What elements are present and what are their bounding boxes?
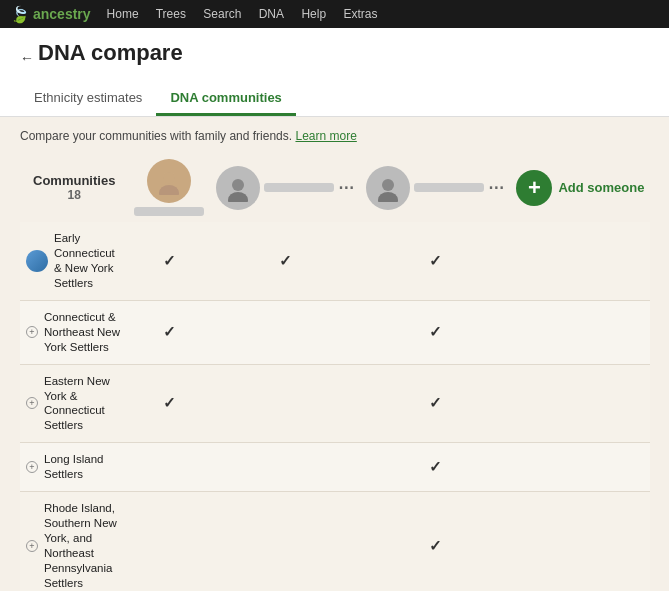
learn-more-link[interactable]: Learn more <box>295 129 356 143</box>
community-name-2: Eastern New York & Connecticut Settlers <box>44 374 122 434</box>
top-nav-links: Home Trees Search DNA Help Extras <box>107 7 392 21</box>
content-area: Compare your communities with family and… <box>0 117 669 591</box>
page-header: ← DNA compare Ethnicity estimates DNA co… <box>0 28 669 117</box>
person-3-header: ⋯ <box>360 155 510 222</box>
person-1-name-bar <box>134 207 204 216</box>
empty-cell-0 <box>510 222 650 300</box>
checkmark-icon: ✓ <box>429 537 442 554</box>
tab-ethnicity[interactable]: Ethnicity estimates <box>20 82 156 116</box>
checkmark-icon: ✓ <box>429 394 442 411</box>
nav-help[interactable]: Help <box>301 7 326 21</box>
nav-home[interactable]: Home <box>107 7 139 21</box>
empty-cell-3 <box>510 443 650 492</box>
person-3-silhouette <box>374 174 402 202</box>
check-cell-1-2: ✓ <box>360 300 510 364</box>
subtitle: Compare your communities with family and… <box>20 129 649 143</box>
person-1-photo <box>155 167 183 195</box>
check-cell-4-2: ✓ <box>360 492 510 591</box>
empty-cell-1 <box>510 300 650 364</box>
check-cell-1-1 <box>210 300 360 364</box>
checkmark-icon: ✓ <box>429 323 442 340</box>
person-3-avatar <box>366 166 410 210</box>
table-row: +Connecticut & Northeast New York Settle… <box>20 300 650 364</box>
person-2-dots-menu[interactable]: ⋯ <box>338 180 354 196</box>
table-row: Early Connecticut & New York Settlers✓✓✓ <box>20 222 650 300</box>
person-1-header <box>128 155 210 222</box>
svg-point-5 <box>378 192 398 202</box>
community-cell-4: +Rhode Island, Southern New York, and No… <box>20 492 128 591</box>
community-name-1: Connecticut & Northeast New York Settler… <box>44 310 122 355</box>
person-2-header: ⋯ <box>210 155 360 222</box>
check-cell-4-0 <box>128 492 210 591</box>
communities-column-header: Communities 18 <box>20 155 128 222</box>
check-cell-1-0: ✓ <box>128 300 210 364</box>
nav-search[interactable]: Search <box>203 7 241 21</box>
page-title: DNA compare <box>38 40 183 66</box>
nav-extras[interactable]: Extras <box>343 7 377 21</box>
logo[interactable]: 🍃 ancestry <box>10 5 91 24</box>
expand-icon-4[interactable]: + <box>26 540 38 552</box>
check-cell-3-0 <box>128 443 210 492</box>
check-cell-2-0: ✓ <box>128 364 210 443</box>
tabs: Ethnicity estimates DNA communities <box>20 82 649 116</box>
svg-point-1 <box>159 185 179 195</box>
person-3-dots-menu[interactable]: ⋯ <box>488 180 504 196</box>
person-1-avatar <box>147 159 191 203</box>
check-cell-0-0: ✓ <box>128 222 210 300</box>
top-nav: 🍃 ancestry Home Trees Search DNA Help Ex… <box>0 0 669 28</box>
compare-table: Communities 18 <box>20 155 650 591</box>
svg-point-2 <box>232 179 244 191</box>
logo-text: ancestry <box>33 6 91 22</box>
community-cell-0: Early Connecticut & New York Settlers <box>20 222 128 300</box>
check-cell-3-1 <box>210 443 360 492</box>
svg-point-3 <box>228 192 248 202</box>
table-row: +Rhode Island, Southern New York, and No… <box>20 492 650 591</box>
community-cell-3: +Long Island Settlers <box>20 443 128 492</box>
table-row: +Long Island Settlers✓ <box>20 443 650 492</box>
empty-cell-2 <box>510 364 650 443</box>
expand-icon-1[interactable]: + <box>26 326 38 338</box>
community-cell-1: +Connecticut & Northeast New York Settle… <box>20 300 128 364</box>
person-2-name-bar <box>264 183 334 192</box>
add-circle-icon: + <box>516 170 552 206</box>
community-cell-2: +Eastern New York & Connecticut Settlers <box>20 364 128 443</box>
check-cell-4-1 <box>210 492 360 591</box>
person-2-silhouette <box>224 174 252 202</box>
check-cell-2-1 <box>210 364 360 443</box>
checkmark-icon: ✓ <box>279 252 292 269</box>
tab-dna-communities[interactable]: DNA communities <box>156 82 295 116</box>
nav-trees[interactable]: Trees <box>156 7 186 21</box>
svg-point-4 <box>382 179 394 191</box>
back-link[interactable]: ← DNA compare <box>20 40 649 76</box>
svg-point-0 <box>163 172 175 184</box>
add-someone-button[interactable]: + Add someone <box>516 170 644 206</box>
checkmark-icon: ✓ <box>163 323 176 340</box>
community-icon-0 <box>26 250 48 272</box>
add-someone-header: + Add someone <box>510 155 650 222</box>
nav-dna[interactable]: DNA <box>259 7 284 21</box>
community-name-3: Long Island Settlers <box>44 452 122 482</box>
person-2-avatar <box>216 166 260 210</box>
back-arrow-icon: ← <box>20 50 34 66</box>
community-name-4: Rhode Island, Southern New York, and Nor… <box>44 501 122 591</box>
checkmark-icon: ✓ <box>163 394 176 411</box>
person-3-name-bar <box>414 183 484 192</box>
checkmark-icon: ✓ <box>429 458 442 475</box>
empty-cell-4 <box>510 492 650 591</box>
check-cell-0-2: ✓ <box>360 222 510 300</box>
expand-icon-3[interactable]: + <box>26 461 38 473</box>
check-cell-3-2: ✓ <box>360 443 510 492</box>
table-row: +Eastern New York & Connecticut Settlers… <box>20 364 650 443</box>
check-cell-0-1: ✓ <box>210 222 360 300</box>
community-name-0: Early Connecticut & New York Settlers <box>54 231 122 291</box>
expand-icon-2[interactable]: + <box>26 397 38 409</box>
checkmark-icon: ✓ <box>163 252 176 269</box>
add-someone-label: Add someone <box>558 180 644 195</box>
checkmark-icon: ✓ <box>429 252 442 269</box>
check-cell-2-2: ✓ <box>360 364 510 443</box>
leaf-icon: 🍃 <box>10 5 30 24</box>
